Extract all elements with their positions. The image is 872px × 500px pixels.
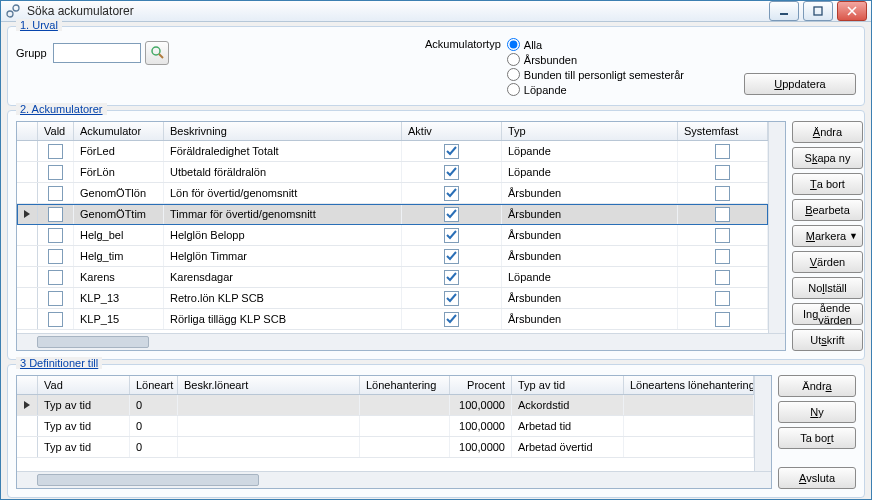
group-urval-legend[interactable]: 1. Urval	[16, 19, 62, 31]
col-procent[interactable]: Procent	[450, 376, 512, 394]
table-row[interactable]: Helg_timHelglön TimmarÅrsbunden	[17, 246, 768, 267]
andra-button[interactable]: Ändra	[792, 121, 863, 143]
grid-definitioner[interactable]: Vad Löneart Beskr.löneart Lönehantering …	[16, 375, 772, 489]
cell-systemfast[interactable]	[678, 183, 768, 203]
group-definitioner-legend[interactable]: 3 Definitioner till	[16, 357, 102, 369]
row-header[interactable]	[17, 246, 38, 266]
cell-vald[interactable]	[38, 141, 74, 161]
col-loneartens-lh[interactable]: Löneartens lönehantering	[624, 376, 754, 394]
table-row[interactable]: FörLedFöräldraledighet TotaltLöpande	[17, 141, 768, 162]
table-row[interactable]: FörLönUtbetald föräldralönLöpande	[17, 162, 768, 183]
cell-systemfast[interactable]	[678, 267, 768, 287]
col-beskr-loneart[interactable]: Beskr.löneart	[178, 376, 360, 394]
col-typ-av-tid[interactable]: Typ av tid	[512, 376, 624, 394]
radio-alla[interactable]: Alla	[507, 38, 684, 51]
cell-vald[interactable]	[38, 162, 74, 182]
row-header[interactable]	[17, 141, 38, 161]
grid-def-vscroll[interactable]	[754, 376, 771, 471]
table-row[interactable]: GenomÖTlönLön för övertid/genomsnittÅrsb…	[17, 183, 768, 204]
window-close-button[interactable]	[837, 1, 867, 21]
table-row[interactable]: KarensKarensdagarLöpande	[17, 267, 768, 288]
grid-ack-vscroll[interactable]	[768, 122, 785, 333]
def-ny-button[interactable]: Ny	[778, 401, 856, 423]
table-row[interactable]: KLP_13Retro.lön KLP SCBÅrsbunden	[17, 288, 768, 309]
avsluta-button[interactable]: Avsluta	[778, 467, 856, 489]
grid-def-hscroll[interactable]	[17, 471, 771, 488]
bearbeta-button[interactable]: Bearbeta	[792, 199, 863, 221]
table-row[interactable]: Helg_belHelglön BeloppÅrsbunden	[17, 225, 768, 246]
cell-systemfast[interactable]	[678, 162, 768, 182]
row-header[interactable]	[17, 309, 38, 329]
varden-button[interactable]: Värden	[792, 251, 863, 273]
radio-input-bunden[interactable]	[507, 68, 520, 81]
def-andra-button[interactable]: Ändra	[778, 375, 856, 397]
cell-vald[interactable]	[38, 267, 74, 287]
grid-def-body[interactable]: Typ av tid0100,0000AckordstidTyp av tid0…	[17, 395, 754, 471]
cell-aktiv[interactable]	[402, 288, 502, 308]
col-vad[interactable]: Vad	[38, 376, 130, 394]
col-lonehantering[interactable]: Lönehantering	[360, 376, 450, 394]
col-loneart[interactable]: Löneart	[130, 376, 178, 394]
cell-vald[interactable]	[38, 204, 74, 224]
cell-vald[interactable]	[38, 183, 74, 203]
cell-aktiv[interactable]	[402, 162, 502, 182]
grupp-input[interactable]	[53, 43, 141, 63]
grid-ack-hscroll[interactable]	[17, 333, 785, 350]
cell-aktiv[interactable]	[402, 141, 502, 161]
cell-aktiv[interactable]	[402, 183, 502, 203]
cell-systemfast[interactable]	[678, 225, 768, 245]
def-ta-bort-button[interactable]: Ta bort	[778, 427, 856, 449]
cell-aktiv[interactable]	[402, 204, 502, 224]
window-minimize-button[interactable]	[769, 1, 799, 21]
utskrift-button[interactable]: Utskrift	[792, 329, 863, 351]
cell-vald[interactable]	[38, 309, 74, 329]
cell-vald[interactable]	[38, 225, 74, 245]
cell-vald[interactable]	[38, 246, 74, 266]
radio-lopande[interactable]: Löpande	[507, 83, 684, 96]
row-header[interactable]	[17, 395, 38, 415]
group-ackumulatorer-legend[interactable]: 2. Ackumulatorer	[16, 103, 107, 115]
cell-systemfast[interactable]	[678, 204, 768, 224]
col-beskrivning[interactable]: Beskrivning	[164, 122, 402, 140]
col-systemfast[interactable]: Systemfast	[678, 122, 768, 140]
col-aktiv[interactable]: Aktiv	[402, 122, 502, 140]
nollstall-button[interactable]: Nollställ	[792, 277, 863, 299]
cell-aktiv[interactable]	[402, 246, 502, 266]
grupp-lookup-button[interactable]	[145, 41, 169, 65]
radio-input-alla[interactable]	[507, 38, 520, 51]
col-typ[interactable]: Typ	[502, 122, 678, 140]
cell-systemfast[interactable]	[678, 246, 768, 266]
table-row[interactable]: Typ av tid0100,0000Ackordstid	[17, 395, 754, 416]
row-header[interactable]	[17, 437, 38, 457]
ingaende-varden-button[interactable]: Ingående värden	[792, 303, 863, 325]
cell-systemfast[interactable]	[678, 309, 768, 329]
radio-input-lopande[interactable]	[507, 83, 520, 96]
row-header[interactable]	[17, 267, 38, 287]
row-header[interactable]	[17, 204, 38, 224]
markera-button[interactable]: Markera▼	[792, 225, 863, 247]
cell-systemfast[interactable]	[678, 141, 768, 161]
cell-aktiv[interactable]	[402, 267, 502, 287]
table-row[interactable]: KLP_15Rörliga tillägg KLP SCBÅrsbunden	[17, 309, 768, 330]
cell-vald[interactable]	[38, 288, 74, 308]
cell-aktiv[interactable]	[402, 309, 502, 329]
uppdatera-button[interactable]: Uppdatera	[744, 73, 856, 95]
grid-ackumulatorer[interactable]: Vald Ackumulator Beskrivning Aktiv Typ S…	[16, 121, 786, 351]
ta-bort-button[interactable]: Ta bort	[792, 173, 863, 195]
table-row[interactable]: Typ av tid0100,0000Arbetad övertid	[17, 437, 754, 458]
radio-arsbunden[interactable]: Årsbunden	[507, 53, 684, 66]
row-header[interactable]	[17, 225, 38, 245]
table-row[interactable]: GenomÖTtimTimmar för övertid/genomsnittÅ…	[17, 204, 768, 225]
table-row[interactable]: Typ av tid0100,0000Arbetad tid	[17, 416, 754, 437]
radio-bunden[interactable]: Bunden till personligt semesterår	[507, 68, 684, 81]
row-header[interactable]	[17, 162, 38, 182]
row-header[interactable]	[17, 288, 38, 308]
cell-aktiv[interactable]	[402, 225, 502, 245]
window-maximize-button[interactable]	[803, 1, 833, 21]
skapa-ny-button[interactable]: Skapa ny	[792, 147, 863, 169]
row-header[interactable]	[17, 416, 38, 436]
col-ackumulator[interactable]: Ackumulator	[74, 122, 164, 140]
cell-systemfast[interactable]	[678, 288, 768, 308]
col-vald[interactable]: Vald	[38, 122, 74, 140]
radio-input-arsbunden[interactable]	[507, 53, 520, 66]
